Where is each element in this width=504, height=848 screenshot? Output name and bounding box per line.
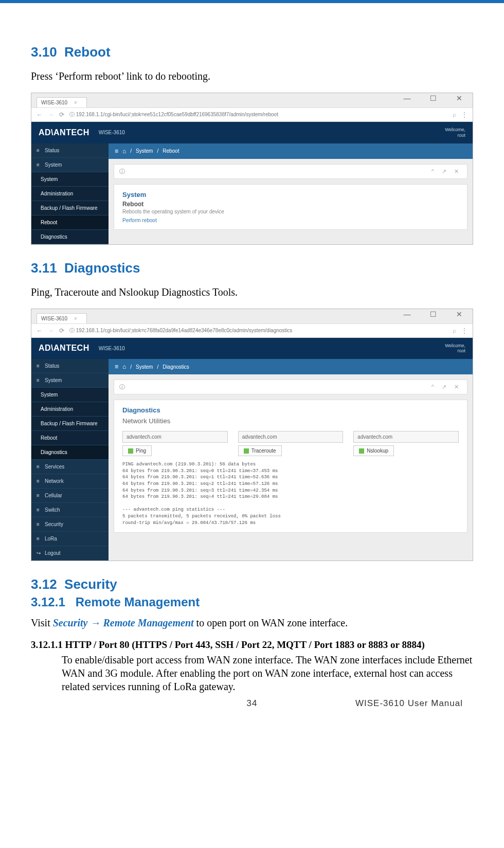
menu-icon [37,162,42,168]
sidebar-sub-admin[interactable]: Administration [31,187,109,201]
browser-tab[interactable]: WISE-3610 × [37,97,87,107]
app-header: AD\ANTECH WISE-3610 Welcome, root [31,122,473,143]
breadcrumb-1[interactable]: System [136,148,153,154]
sidebar-sub-reboot[interactable]: Reboot [31,215,109,230]
breadcrumb-home-icon[interactable] [122,148,126,155]
menu-dots-icon[interactable]: ⋮ [461,111,467,118]
sidebar-sub-admin[interactable]: Administration [31,402,109,417]
sidebar-sub-diag[interactable]: Diagnostics [31,445,109,460]
heading-num: 3.10 [31,44,57,60]
traceroute-host-input[interactable] [238,431,344,443]
breadcrumb-home-icon[interactable] [122,363,126,370]
sidebar: Status System System Administration Back… [31,143,109,244]
menu-icon [37,363,42,369]
url-text[interactable]: ⓘ 192.168.1.1/cgi-bin/luci/;stok=c768fa0… [69,327,447,334]
welcome-text: Welcome, root [445,343,465,354]
diagnostics-panel: Diagnostics Network Utilities Ping Trace… [114,400,467,533]
translate-icon[interactable]: ⌕ [453,327,456,334]
sidebar-item-status[interactable]: Status [31,143,109,158]
panel-controls[interactable]: ^ ↗ ✕ [431,384,462,390]
sidebar-item-services[interactable]: Services [31,460,109,474]
heading-3-10: 3.10 Reboot [31,44,473,60]
menu-icon [37,464,42,470]
breadcrumb-1[interactable]: System [136,364,153,370]
sidebar-item-system[interactable]: System [31,158,109,172]
advantech-logo: AD\ANTECH [39,344,89,353]
translate-icon[interactable]: ⌕ [453,111,456,118]
content-area: / System / Diagnostics ^ ↗ ✕ Diagnostics… [109,359,473,561]
sidebar-sub-flash[interactable]: Backup / Flash Firmware [31,417,109,431]
screenshot-diagnostics: — ☐ ✕ WISE-3610 × ← → ⟳ ⓘ 192.168.1.1/cg… [31,309,473,562]
ping-host-input[interactable] [122,431,228,443]
info-icon [119,168,128,175]
sidebar-item-switch[interactable]: Switch [31,503,109,517]
ping-output: PING advantech.com (219.90.3.201): 56 da… [122,461,459,526]
traceroute-button[interactable]: Traceroute [238,445,282,456]
tab-title: WISE-3610 [41,100,67,105]
nslookup-host-input[interactable] [353,431,459,443]
heading-num: 3.12.1 [31,595,65,609]
forward-icon[interactable]: → [48,327,54,334]
heading-num: 3.11 [31,260,57,276]
screenshot-reboot: — ☐ ✕ WISE-3610 × ← → ⟳ ⓘ 192.168.1.1/cg… [31,93,473,245]
heading-3-12: 3.12 Security [31,576,473,592]
sidebar-item-system[interactable]: System [31,373,109,388]
sidebar-item-network[interactable]: Network [31,474,109,489]
welcome-text: Welcome, root [445,127,465,138]
heading-title: Diagnostics [64,260,140,276]
address-bar: ← → ⟳ ⓘ 192.168.1.1/cgi-bin/luci/;stok=c… [31,323,473,338]
back-icon[interactable]: ← [37,327,43,334]
page-footer: 34 WISE-3610 User Manual [31,698,473,709]
heading-3-11: 3.11 Diagnostics [31,260,473,276]
sidebar-item-security[interactable]: Security [31,517,109,532]
breadcrumb: / System / Diagnostics [109,359,473,374]
back-icon[interactable]: ← [37,111,43,118]
sidebar-item-logout[interactable]: ↪Logout [31,546,109,561]
panel-subtitle: Reboot [122,201,459,208]
page-number: 34 [247,698,258,709]
menu-icon [37,521,42,527]
sidebar-sub-system[interactable]: System [31,172,109,187]
device-name: WISE-3610 [99,130,125,135]
tab-close-icon[interactable]: × [74,316,77,321]
sidebar-item-cellular[interactable]: Cellular [31,489,109,503]
heading-title: Remote Management [76,595,200,609]
menu-icon [37,478,42,484]
window-controls[interactable]: — ☐ ✕ [403,310,467,318]
tab-close-icon[interactable]: × [74,100,77,105]
info-bar: ^ ↗ ✕ [114,380,467,394]
window-controls[interactable]: — ☐ ✕ [403,94,467,102]
nslookup-button[interactable]: Nslookup [353,445,394,456]
forward-icon[interactable]: → [48,111,54,118]
reload-icon[interactable]: ⟳ [59,111,64,118]
para-3-11: Ping, Traceroute and Nslookup Diagnostic… [31,286,473,298]
heading-3-12-1: 3.12.1 Remote Management [31,595,473,609]
ping-button[interactable]: Ping [122,445,152,456]
sidebar-item-status[interactable]: Status [31,359,109,373]
url-text[interactable]: ⓘ 192.168.1.1/cgi-bin/luci/;stok=ee51c12… [69,111,447,118]
sidebar-sub-reboot[interactable]: Reboot [31,431,109,445]
breadcrumb-2: Diagnostics [163,364,189,370]
reboot-panel: System Reboot Reboots the operating syst… [114,184,467,230]
advantech-logo: AD\ANTECH [39,128,89,137]
breadcrumb-menu-icon[interactable] [115,363,118,370]
breadcrumb-menu-icon[interactable] [115,148,118,155]
address-bar: ← → ⟳ ⓘ 192.168.1.1/cgi-bin/luci/;stok=e… [31,107,473,122]
menu-dots-icon[interactable]: ⋮ [461,327,467,334]
para-3-10: Press ‘Perform reboot’ link to do reboot… [31,70,473,82]
sidebar-sub-system[interactable]: System [31,388,109,402]
perform-reboot-link[interactable]: Perform reboot [122,218,459,223]
panel-desc: Reboots the operating system of your dev… [122,209,459,214]
browser-tab[interactable]: WISE-3610 × [37,313,87,323]
menu-icon [37,536,42,542]
sidebar-item-lora[interactable]: LoRa [31,532,109,546]
square-icon [359,448,364,454]
panel-section: Network Utilities [122,417,459,425]
panel-title: System [122,191,459,199]
sidebar-sub-diag[interactable]: Diagnostics [31,230,109,244]
reload-icon[interactable]: ⟳ [59,327,64,334]
panel-controls[interactable]: ^ ↗ ✕ [431,168,462,175]
sidebar-sub-flash[interactable]: Backup / Flash Firmware [31,201,109,215]
nav-path: Security → Remote Management [53,617,194,628]
menu-icon [37,493,42,498]
